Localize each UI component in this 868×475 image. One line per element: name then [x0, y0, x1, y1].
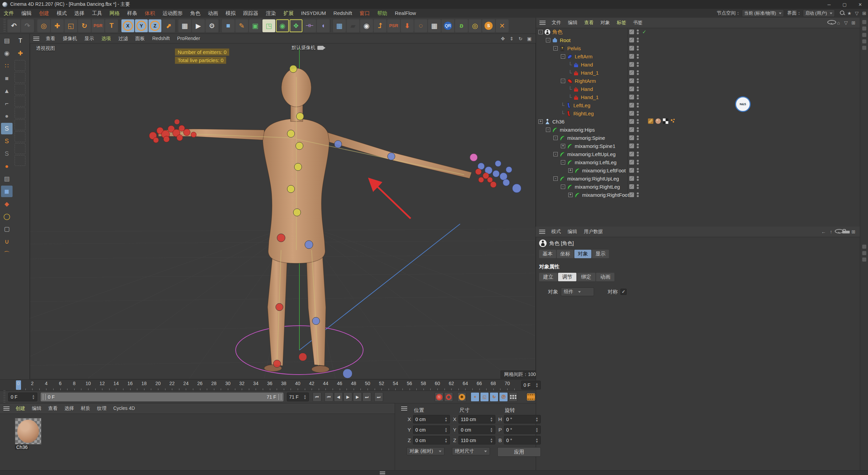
am-menu-模式[interactable]: 模式	[548, 229, 564, 235]
object-label[interactable]: mixamorig:Spine1	[575, 143, 615, 149]
collapse-icon[interactable]: -	[546, 128, 550, 132]
floor-icon[interactable]: ▦	[333, 19, 346, 32]
motion-system-button[interactable]	[527, 392, 535, 402]
collapse-icon[interactable]: -	[553, 46, 558, 51]
dock-tab-icon[interactable]	[862, 39, 866, 43]
lock-y-icon[interactable]: Y	[135, 19, 148, 32]
model-mode-icon[interactable]: ◉	[1, 48, 13, 59]
timeline-ruler[interactable]: 0 F▲▼ 0246810121416182022242628303234363…	[0, 379, 536, 391]
tab-显示[interactable]: 显示	[592, 250, 609, 258]
tree-row-mixamorig:Spine1[interactable]: +mixamorig:Spine1	[536, 142, 860, 150]
menu-INSYDIUM[interactable]: INSYDIUM	[297, 10, 330, 17]
coord-input-位置-Y[interactable]: 0 cm▲▼	[413, 425, 450, 434]
material-thumbnail[interactable]	[15, 418, 41, 444]
tree-row-mixamorig:Spine[interactable]: -mixamorig:Spine	[536, 134, 860, 142]
om-menu-对象[interactable]: 对象	[597, 20, 613, 26]
visibility-toggles[interactable]	[629, 143, 639, 149]
tree-row-Hand_1[interactable]: └Hand_1	[536, 69, 860, 77]
empty-palette-slot[interactable]	[15, 143, 25, 154]
tree-row-RightArm[interactable]: -RightArm	[536, 77, 860, 85]
object-label[interactable]: mixamorig:Hips	[560, 127, 595, 133]
menu-创建[interactable]: 创建	[35, 10, 53, 17]
expand-icon[interactable]: +	[568, 193, 573, 197]
dock-tab-icon[interactable]	[862, 26, 866, 31]
mode-button-建立[interactable]: 建立	[539, 273, 557, 281]
tree-row-LeftLeg[interactable]: └LeftLeg	[536, 101, 860, 109]
tab-对象[interactable]: 对象	[574, 250, 591, 258]
tree-row-mixamorig:LeftFoot[interactable]: +mixamorig:LeftFoot	[536, 166, 860, 174]
quantize-icon[interactable]: ◆	[1, 198, 13, 210]
tree-row-mixamorig:Hips[interactable]: -mixamorig:Hips	[536, 126, 860, 134]
target-icon[interactable]: ◎	[469, 19, 481, 32]
material-menu-创建[interactable]: 创建	[12, 405, 28, 412]
render-settings-icon[interactable]: ⚙	[205, 19, 218, 32]
drop-to-floor-icon[interactable]: ⬇	[401, 19, 414, 32]
tree-row-Hand_1[interactable]: └Hand_1	[536, 93, 860, 101]
tree-row-LeftArm[interactable]: -LeftArm	[536, 52, 860, 60]
collapse-icon[interactable]: -	[546, 38, 550, 42]
camera-icon[interactable]: ▰	[347, 19, 359, 32]
subdivision-surface-icon[interactable]: ▣	[249, 19, 262, 32]
menu-模拟[interactable]: 模拟	[222, 10, 239, 17]
signal-icon[interactable]: S	[482, 19, 495, 32]
viewport-menu-Redshift[interactable]: Redshift	[149, 36, 173, 42]
record-active-objects-button[interactable]: ⚿	[435, 392, 443, 402]
ruler-frame-box[interactable]: 0 F▲▼	[521, 381, 541, 390]
visibility-toggles[interactable]	[629, 111, 639, 116]
tree-row-mixamorig:RightUpLeg[interactable]: -mixamorig:RightUpLeg	[536, 174, 860, 183]
am-menu-编辑[interactable]: 编辑	[564, 229, 580, 235]
coord-mode-dropdown[interactable]: 对象 (相对)	[407, 447, 445, 455]
tree-row-角色[interactable]: -角色✓	[536, 28, 860, 36]
object-label[interactable]: mixamorig:Spine	[567, 135, 605, 141]
visibility-toggles[interactable]	[629, 70, 639, 75]
pan-view-icon[interactable]: ✥	[498, 35, 507, 42]
menu-跟踪器[interactable]: 跟踪器	[239, 10, 262, 17]
om-menu-标签[interactable]: 标签	[613, 20, 630, 26]
object-manager-menu-icon[interactable]	[539, 21, 546, 25]
text-slot-icon[interactable]: T	[15, 35, 26, 46]
tree-row-mixamorig:RightLeg[interactable]: -mixamorig:RightLeg	[536, 183, 860, 191]
collapse-icon[interactable]: -	[561, 79, 565, 83]
empty-palette-slot[interactable]	[15, 72, 25, 83]
toolbar-grip[interactable]	[3, 19, 6, 33]
visibility-toggles[interactable]	[629, 184, 639, 189]
object-label[interactable]: Hand	[581, 62, 593, 68]
symmetry-checkbox[interactable]: ✓	[620, 289, 627, 295]
text-tool-icon[interactable]: T	[105, 19, 118, 32]
toggle-parameter-button[interactable]: Ⓟ	[499, 392, 508, 402]
menu-渲染[interactable]: 渲染	[262, 10, 280, 17]
object-label[interactable]: RightArm	[575, 78, 596, 84]
visibility-toggles[interactable]	[629, 94, 639, 100]
volume-builder-icon[interactable]: ◳	[262, 19, 275, 32]
visibility-toggles[interactable]	[629, 127, 639, 132]
realflow-icon[interactable]: ✕	[496, 19, 509, 32]
live-selection-icon[interactable]: ◎	[37, 19, 50, 32]
autokeying-button[interactable]	[444, 392, 453, 402]
material-menu-纹理[interactable]: 纹理	[94, 405, 110, 412]
tree-row-mixamorig:LeftLeg[interactable]: -mixamorig:LeftLeg	[536, 158, 860, 166]
dock-tab-icon[interactable]	[862, 46, 866, 50]
add-cube-icon[interactable]: ■	[222, 19, 235, 32]
material-name[interactable]: Ch36	[15, 444, 29, 450]
move-tool-icon[interactable]: ✚	[51, 19, 64, 32]
tab-坐标[interactable]: 坐标	[557, 250, 574, 258]
visibility-toggles[interactable]	[629, 62, 639, 67]
object-label[interactable]: RightLeg	[573, 111, 594, 116]
status-menu-icon[interactable]	[380, 471, 385, 474]
viewport-menu-选项[interactable]: 选项	[98, 36, 115, 42]
viewport-menu-过滤[interactable]: 过滤	[115, 36, 132, 42]
spline-circle-icon[interactable]: ◌	[414, 19, 427, 32]
am-forward-icon[interactable]: ↑	[827, 229, 835, 234]
menu-Redshift[interactable]: Redshift	[330, 10, 356, 17]
menu-窗口[interactable]: 窗口	[356, 10, 373, 17]
range-end-box[interactable]: 71 F▲▼	[287, 393, 309, 401]
points-tag-icon[interactable]	[670, 118, 676, 125]
am-grid-icon[interactable]: ⊞	[850, 229, 857, 234]
interface-dropdown[interactable]: 启动 (用户)	[803, 10, 835, 17]
object-label[interactable]: mixamorig:RightFoot	[582, 192, 629, 198]
visibility-toggles[interactable]	[629, 54, 639, 59]
insydium-icon[interactable]: ʚ	[455, 19, 468, 32]
range-end-handle[interactable]	[278, 394, 281, 400]
object-label[interactable]: mixamorig:LeftFoot	[582, 168, 626, 173]
undo-icon[interactable]: ↶	[7, 19, 20, 32]
